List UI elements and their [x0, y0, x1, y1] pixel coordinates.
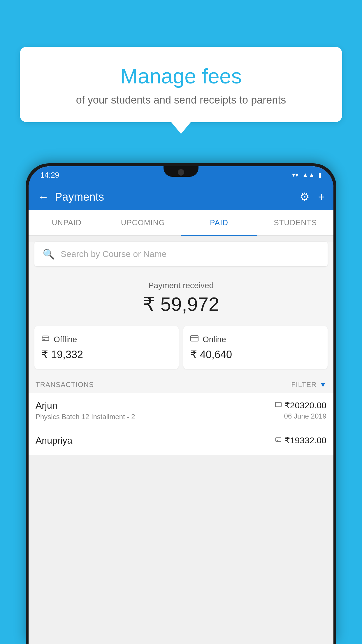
offline-label: Offline [54, 335, 77, 344]
transaction-arjun-amount: ₹20320.00 [284, 400, 326, 410]
filter-label: FILTER [291, 381, 317, 389]
settings-icon[interactable]: ⚙ [300, 190, 310, 203]
speech-bubble: Manage fees of your students and send re… [20, 47, 342, 122]
search-input[interactable]: Search by Course or Name [61, 249, 167, 259]
add-icon[interactable]: + [318, 191, 325, 203]
app-bar: ← Payments ⚙ + [29, 184, 333, 210]
svg-rect-5 [275, 402, 281, 407]
page-title: Payments [55, 191, 300, 203]
svg-rect-3 [191, 336, 198, 341]
transaction-row[interactable]: Anupriya ₹19332.00 [29, 428, 333, 455]
phone-frame: 14:29 ▾▾ ▲▲ ▮ ← Payments ⚙ + UNPAID UP [26, 163, 336, 644]
phone-inner: 14:29 ▾▾ ▲▲ ▮ ← Payments ⚙ + UNPAID UP [29, 166, 333, 644]
payment-received-amount: ₹ 59,972 [34, 293, 328, 316]
offline-amount: ₹ 19,332 [41, 349, 172, 361]
status-icons: ▾▾ ▲▲ ▮ [292, 171, 322, 179]
app-bar-actions: ⚙ + [300, 190, 325, 203]
payment-cards: Offline ₹ 19,332 Online [29, 321, 333, 375]
transaction-row[interactable]: Arjun Physics Batch 12 Installment - 2 [29, 393, 333, 428]
status-time: 14:29 [40, 171, 59, 180]
svg-rect-0 [42, 336, 49, 341]
transaction-arjun-left: Arjun Physics Batch 12 Installment - 2 [36, 400, 135, 421]
online-card-header: Online [190, 334, 321, 344]
filter-button[interactable]: FILTER ▼ [291, 381, 326, 389]
online-card: Online ₹ 40,640 [183, 326, 328, 369]
tab-paid[interactable]: PAID [181, 210, 257, 235]
transaction-arjun-desc: Physics Batch 12 Installment - 2 [36, 413, 135, 421]
transaction-arjun-amount-wrap: ₹20320.00 [275, 400, 326, 410]
transaction-anupriya-right: ₹19332.00 [275, 435, 326, 447]
transaction-anupriya-amount-wrap: ₹19332.00 [275, 435, 326, 445]
transaction-anupriya-amount: ₹19332.00 [284, 435, 326, 445]
bubble-subtitle: of your students and send receipts to pa… [34, 94, 328, 106]
screen: 14:29 ▾▾ ▲▲ ▮ ← Payments ⚙ + UNPAID UP [29, 166, 333, 644]
online-icon [190, 334, 198, 344]
transaction-arjun-name: Arjun [36, 400, 135, 411]
transaction-arjun-right: ₹20320.00 06 June 2019 [275, 400, 326, 420]
offline-icon [41, 334, 50, 344]
tab-unpaid[interactable]: UNPAID [29, 210, 105, 235]
transaction-anupriya-name: Anupriya [36, 435, 72, 446]
transaction-anupriya-left: Anupriya [36, 435, 72, 448]
back-button[interactable]: ← [37, 190, 49, 204]
online-amount: ₹ 40,640 [190, 349, 321, 361]
online-label: Online [203, 335, 226, 344]
signal-icon: ▲▲ [302, 171, 315, 179]
payment-received-label: Payment received [34, 281, 328, 290]
payment-received-section: Payment received ₹ 59,972 [29, 272, 333, 321]
transactions-label: TRANSACTIONS [36, 381, 94, 389]
transaction-arjun-icon [275, 401, 282, 410]
tab-upcoming[interactable]: UPCOMING [105, 210, 181, 235]
bubble-title: Manage fees [34, 64, 328, 88]
transactions-header: TRANSACTIONS FILTER ▼ [29, 375, 333, 393]
offline-card: Offline ₹ 19,332 [34, 326, 179, 369]
main-content: 🔍 Search by Course or Name Payment recei… [29, 242, 333, 455]
tab-students[interactable]: STUDENTS [257, 210, 334, 235]
filter-icon: ▼ [319, 381, 326, 389]
camera [178, 169, 184, 176]
transaction-arjun-date: 06 June 2019 [275, 412, 326, 420]
wifi-icon: ▾▾ [292, 171, 298, 179]
transaction-anupriya-icon [275, 436, 282, 444]
search-icon: 🔍 [43, 248, 55, 260]
tabs-bar: UNPAID UPCOMING PAID STUDENTS [29, 210, 333, 236]
battery-icon: ▮ [318, 171, 322, 179]
search-bar[interactable]: 🔍 Search by Course or Name [34, 242, 328, 266]
svg-rect-7 [276, 438, 281, 441]
offline-card-header: Offline [41, 334, 172, 344]
notch [164, 166, 198, 177]
